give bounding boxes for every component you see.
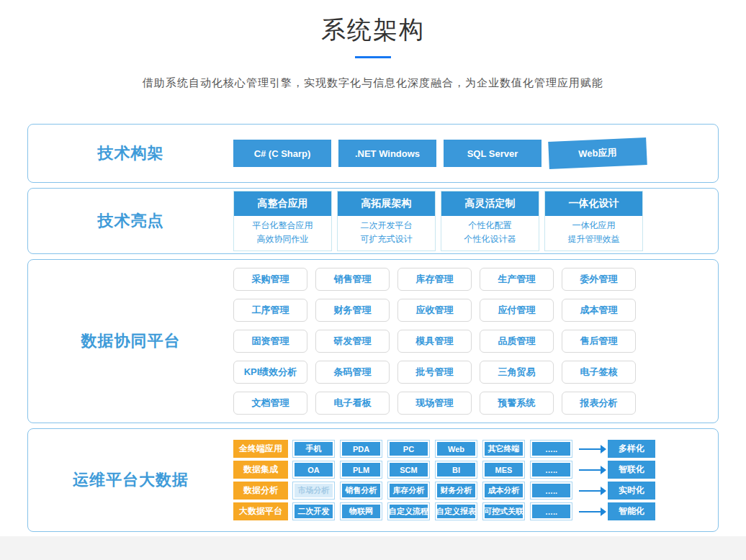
tech-item-web: Web应用	[548, 137, 647, 169]
bigdata-cell: 销售分析	[340, 482, 382, 500]
highlight-line: 二次开发平台	[338, 219, 435, 232]
arrow-right-icon	[579, 511, 601, 512]
bigdata-cell-more: …..	[530, 502, 572, 520]
module-kpi: KPI绩效分析	[233, 361, 307, 384]
result-tag: 实时化	[608, 482, 655, 500]
bigdata-cell: PDA	[340, 440, 382, 458]
bigdata-cell-more: …..	[530, 440, 572, 458]
bigdata-cell: 自定义报表	[435, 502, 477, 520]
module-process: 工序管理	[233, 299, 307, 322]
module-aftersales: 售后管理	[562, 330, 636, 353]
tech-stack-items: C# (C Sharp) .NET Windows SQL Server Web…	[233, 140, 647, 167]
highlight-line: 个性化设计器	[441, 232, 539, 246]
module-batch: 批号管理	[397, 361, 472, 384]
page: 系统架构 借助系统自动化核心管理引擎，实现数字化与信息化深度融合，为企业数值化管…	[0, 0, 746, 560]
module-document: 文档管理	[233, 392, 307, 415]
page-subtitle: 借助系统自动化核心管理引擎，实现数字化与信息化深度融合，为企业数值化管理应用赋能	[0, 76, 746, 90]
bigdata-cell: 财务分析	[435, 482, 477, 500]
tech-item-sqlserver: SQL Server	[444, 140, 541, 167]
section-bigdata-platform: 运维平台大数据 全终端应用 手机 PDA PC Web 其它终端 ….. 多样化…	[27, 428, 719, 532]
highlight-card-body: 个性化配置 个性化设计器	[441, 216, 539, 250]
module-sales: 销售管理	[315, 268, 390, 291]
result-tag: 智联化	[608, 461, 655, 479]
module-cost: 成本管理	[562, 299, 636, 322]
title-underline	[355, 56, 391, 58]
tech-item-csharp: C# (C Sharp)	[233, 140, 331, 167]
bigdata-cell: 自定义流程	[387, 502, 430, 520]
result-tag: 多样化	[608, 440, 655, 458]
module-production: 生产管理	[480, 268, 554, 291]
page-header: 系统架构 借助系统自动化核心管理引擎，实现数字化与信息化深度融合，为企业数值化管…	[0, 0, 746, 90]
module-alert: 预警系统	[480, 392, 554, 415]
arrow-right-icon	[579, 469, 601, 471]
bigdata-cell-more: …..	[530, 482, 572, 500]
module-purchase: 采购管理	[233, 268, 307, 291]
module-fixed-assets: 固资管理	[233, 330, 307, 353]
module-esign: 电子签核	[562, 361, 636, 384]
highlight-card-title: 高灵活定制	[441, 191, 539, 216]
module-barcode: 条码管理	[315, 361, 390, 384]
bigdata-cell: 成本分析	[482, 482, 525, 500]
category-tag: 数据集成	[233, 461, 288, 479]
bigdata-cell: Web	[435, 440, 477, 458]
section-label-tech-stack: 技术构架	[28, 143, 233, 164]
arrow-right-icon	[579, 490, 601, 492]
highlight-line: 一体化应用	[545, 219, 642, 232]
section-label-bigdata: 运维平台大数据	[28, 469, 233, 491]
bigdata-cell: 物联网	[340, 502, 382, 520]
module-report: 报表分析	[562, 392, 636, 415]
module-finance: 财务管理	[315, 299, 390, 322]
arrow-right-icon	[579, 448, 601, 450]
highlight-card-title: 高拓展架构	[338, 191, 435, 216]
highlight-line: 可扩充式设计	[338, 232, 435, 246]
bigdata-row-platform: 大数据平台 二次开发 物联网 自定义流程 自定义报表 可控式关联 ….. 智能化	[233, 502, 655, 520]
highlight-card-flexibility: 高灵活定制 个性化配置 个性化设计器	[441, 191, 539, 251]
highlight-card-title: 一体化设计	[545, 191, 642, 216]
highlight-card-body: 二次开发平台 可扩充式设计	[338, 216, 435, 250]
bigdata-row-integration: 数据集成 OA PLM SCM BI MES ….. 智联化	[233, 461, 655, 479]
module-grid: 采购管理 销售管理 库存管理 生产管理 委外管理 工序管理 财务管理 应收管理 …	[233, 268, 636, 415]
bigdata-cell: MES	[482, 461, 525, 479]
highlight-card-unified: 一体化设计 一体化应用 提升管理效益	[544, 191, 643, 251]
footer-strip	[0, 536, 746, 560]
section-label-highlights: 技术亮点	[28, 210, 233, 232]
page-title: 系统架构	[0, 0, 746, 48]
highlight-card-extensibility: 高拓展架构 二次开发平台 可扩充式设计	[337, 191, 436, 251]
bigdata-cell: 其它终端	[482, 440, 525, 458]
bigdata-cell: 手机	[292, 440, 335, 458]
highlight-line: 提升管理效益	[545, 232, 642, 246]
section-tech-stack: 技术构架 C# (C Sharp) .NET Windows SQL Serve…	[27, 124, 719, 183]
bigdata-cell-more: …..	[530, 461, 572, 479]
highlight-line: 高效协同作业	[234, 232, 331, 246]
module-outsourcing: 委外管理	[562, 268, 636, 291]
bigdata-cell: PC	[387, 440, 430, 458]
section-highlights: 技术亮点 高整合应用 平台化整合应用 高效协同作业 高拓展架构 二次开发平台 可…	[27, 188, 719, 254]
bigdata-cell: 库存分析	[387, 482, 430, 500]
highlight-line: 平台化整合应用	[234, 219, 331, 232]
module-receivable: 应收管理	[397, 299, 472, 322]
bigdata-cell: OA	[292, 461, 335, 479]
module-quality: 品质管理	[480, 330, 554, 353]
highlight-cards: 高整合应用 平台化整合应用 高效协同作业 高拓展架构 二次开发平台 可扩充式设计…	[233, 191, 643, 251]
result-tag: 智能化	[608, 502, 655, 520]
module-kanban: 电子看板	[315, 392, 390, 415]
category-tag: 大数据平台	[233, 502, 288, 520]
highlight-card-integration: 高整合应用 平台化整合应用 高效协同作业	[233, 191, 332, 251]
highlight-card-title: 高整合应用	[234, 191, 331, 216]
module-rnd: 研发管理	[315, 330, 390, 353]
bigdata-cell: BI	[435, 461, 477, 479]
bigdata-cell: PLM	[340, 461, 382, 479]
bigdata-row-analysis: 数据分析 市场分析 销售分析 库存分析 财务分析 成本分析 ….. 实时化	[233, 482, 655, 500]
tech-item-dotnet: .NET Windows	[338, 140, 436, 167]
module-mold: 模具管理	[397, 330, 472, 353]
module-onsite: 现场管理	[397, 392, 472, 415]
highlight-line: 个性化配置	[441, 219, 539, 232]
bigdata-cell: 二次开发	[292, 502, 335, 520]
section-collab-platform: 数据协同平台 采购管理 销售管理 库存管理 生产管理 委外管理 工序管理 财务管…	[27, 259, 719, 423]
bigdata-cell: 市场分析	[292, 482, 335, 500]
section-label-collab: 数据协同平台	[28, 330, 233, 352]
bigdata-row-terminals: 全终端应用 手机 PDA PC Web 其它终端 ….. 多样化	[233, 440, 655, 458]
module-payable: 应付管理	[480, 299, 554, 322]
architecture-sections: 技术构架 C# (C Sharp) .NET Windows SQL Serve…	[27, 124, 719, 532]
bigdata-cell: 可控式关联	[482, 502, 525, 520]
